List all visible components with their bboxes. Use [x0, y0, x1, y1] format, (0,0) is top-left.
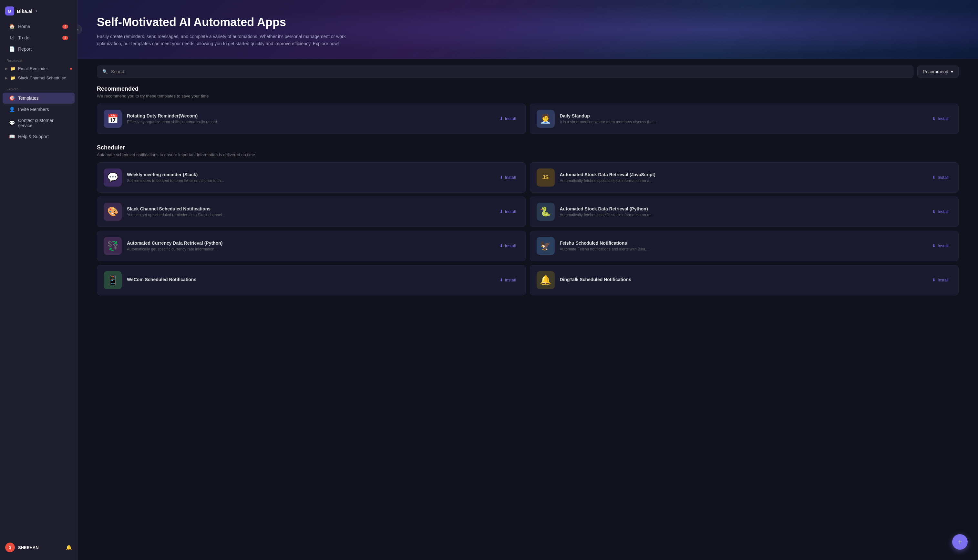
template-card-wecom-scheduled[interactable]: 📱 WeCom Scheduled Notifications ⬇ Instal…: [97, 265, 526, 295]
app-logo: B: [5, 7, 14, 15]
template-icon-currency-data-python: 💱: [103, 237, 122, 255]
install-button-dingtalk-scheduled[interactable]: ⬇ Install: [929, 276, 952, 284]
search-icon: 🔍: [102, 69, 108, 74]
sidebar-item-report[interactable]: 📄 Report: [3, 43, 75, 55]
explore-label: Explore: [0, 83, 77, 92]
template-info-slack-scheduled-notifs: Slack Channel Scheduled Notifications Yo…: [127, 206, 491, 217]
sidebar-item-invite-members[interactable]: 👤 Invite Members: [3, 104, 75, 115]
template-card-dingtalk-scheduled[interactable]: 🔔 DingTalk Scheduled Notifications ⬇ Ins…: [530, 265, 959, 295]
app-brand[interactable]: B Bika.ai ▾: [0, 4, 77, 21]
main-content: ≡ Self-Motivated AI Automated Apps Easil…: [77, 0, 978, 560]
explore-label-help-support: Help & Support: [18, 134, 49, 139]
resources-label: Resources: [0, 55, 77, 64]
badge-todo: 4: [62, 36, 68, 40]
install-button-stock-data-python[interactable]: ⬇ Install: [929, 207, 952, 216]
template-icon-dingtalk-scheduled: 🔔: [537, 271, 555, 289]
install-button-wecom-scheduled[interactable]: ⬇ Install: [496, 276, 519, 284]
sidebar: B Bika.ai ▾ 🏠 Home 4 ☑ To-do 4 📄 Report …: [0, 0, 77, 560]
template-desc-feishu-scheduled: Automate Feishu notifications and alerts…: [560, 247, 924, 252]
arrow-icon: ▶: [5, 67, 8, 70]
template-card-slack-scheduled-notifs[interactable]: 🎨 Slack Channel Scheduled Notifications …: [97, 197, 526, 227]
explore-icon-help-support: 📖: [9, 133, 15, 140]
template-name-rotating-duty: Rotating Duty Reminder(Wecom): [127, 113, 491, 118]
nav-icon-report: 📄: [9, 46, 15, 52]
notification-dot-email-reminder: [70, 68, 72, 70]
sidebar-item-home[interactable]: 🏠 Home 4: [3, 21, 75, 32]
resource-item-email-reminder[interactable]: ▶ 📁 Email Reminder: [0, 64, 77, 73]
section-recommended: Recommended We recommend you to try thes…: [97, 85, 959, 134]
template-card-stock-data-python[interactable]: 🐍 Automated Stock Data Retrieval (Python…: [530, 197, 959, 227]
folder-icon: 📁: [10, 66, 15, 71]
template-card-weekly-meeting-slack[interactable]: 💬 Weekly meeting reminder (Slack) Set re…: [97, 162, 526, 193]
install-button-weekly-meeting-slack[interactable]: ⬇ Install: [496, 173, 519, 182]
install-button-feishu-scheduled[interactable]: ⬇ Install: [929, 242, 952, 250]
section-desc-scheduler: Automate scheduled notifications to ensu…: [97, 152, 959, 157]
template-info-currency-data-python: Automated Currency Data Retrieval (Pytho…: [127, 240, 491, 252]
template-icon-stock-data-python: 🐍: [537, 203, 555, 221]
template-icon-emoji: 🦅: [540, 240, 551, 251]
resources-list: ▶ 📁 Email Reminder ▶ 📁 Slack Channel Sch…: [0, 64, 77, 83]
explore-list: 🎯 Templates 👤 Invite Members 💬 Contact c…: [0, 92, 77, 142]
download-icon: ⬇: [932, 243, 936, 248]
template-name-feishu-scheduled: Feishu Scheduled Notifications: [560, 240, 924, 246]
filter-dropdown-button[interactable]: Recommend ▾: [917, 65, 959, 78]
chevron-down-icon: ▾: [951, 69, 953, 74]
sidebar-item-contact-customer-service[interactable]: 💬 Contact customer service: [3, 115, 75, 131]
template-desc-slack-scheduled-notifs: You can set up scheduled reminders in a …: [127, 213, 491, 217]
hero-title: Self-Motivated AI Automated Apps: [97, 15, 959, 29]
template-card-rotating-duty[interactable]: 📅 Rotating Duty Reminder(Wecom) Effectiv…: [97, 103, 526, 134]
sidebar-item-todo[interactable]: ☑ To-do 4: [3, 32, 75, 43]
templates-content-area: Recommended We recommend you to try thes…: [77, 78, 978, 560]
nav-label-report: Report: [18, 47, 32, 52]
app-brand-name: Bika.ai: [17, 8, 32, 14]
sidebar-item-templates[interactable]: 🎯 Templates: [3, 93, 75, 103]
template-info-rotating-duty: Rotating Duty Reminder(Wecom) Effectivel…: [127, 113, 491, 124]
avatar: S: [5, 543, 15, 552]
install-button-slack-scheduled-notifs[interactable]: ⬇ Install: [496, 207, 519, 216]
create-new-fab[interactable]: +: [952, 534, 968, 550]
template-name-dingtalk-scheduled: DingTalk Scheduled Notifications: [560, 277, 924, 282]
download-icon: ⬇: [499, 243, 503, 248]
search-bar-container: 🔍 Recommend ▾: [77, 59, 978, 78]
install-label: Install: [505, 243, 516, 248]
install-label: Install: [505, 209, 516, 214]
template-info-weekly-meeting-slack: Weekly meeting reminder (Slack) Set remi…: [127, 172, 491, 183]
download-icon: ⬇: [499, 209, 503, 214]
download-icon: ⬇: [932, 175, 936, 180]
template-icon-text: JS: [542, 175, 549, 180]
sidebar-item-help-support[interactable]: 📖 Help & Support: [3, 131, 75, 142]
download-icon: ⬇: [932, 116, 936, 121]
nav-label-todo: To-do: [18, 35, 29, 40]
template-icon-emoji: 🧑‍💼: [540, 113, 551, 124]
main-nav: 🏠 Home 4 ☑ To-do 4 📄 Report: [0, 21, 77, 55]
resource-item-slack-channel[interactable]: ▶ 📁 Slack Channel Schedulec: [0, 73, 77, 83]
install-button-stock-data-js[interactable]: ⬇ Install: [929, 173, 952, 182]
template-icon-emoji: 📱: [107, 275, 118, 285]
template-card-stock-data-js[interactable]: JS Automated Stock Data Retrieval (JavaS…: [530, 162, 959, 193]
template-card-daily-standup[interactable]: 🧑‍💼 Daily Standup It is a short meeting …: [530, 103, 959, 134]
template-name-wecom-scheduled: WeCom Scheduled Notifications: [127, 277, 491, 282]
template-name-stock-data-python: Automated Stock Data Retrieval (Python): [560, 206, 924, 212]
folder-icon: 📁: [10, 75, 15, 80]
template-desc-daily-standup: It is a short meeting where team members…: [560, 120, 924, 124]
explore-label-templates: Templates: [18, 95, 39, 101]
search-wrapper: 🔍: [97, 65, 913, 78]
install-label: Install: [505, 116, 516, 121]
search-input[interactable]: [111, 69, 908, 74]
template-icon-rotating-duty: 📅: [103, 110, 122, 128]
template-icon-stock-data-js: JS: [537, 168, 555, 187]
sidebar-toggle-button[interactable]: ≡: [77, 25, 82, 34]
template-card-currency-data-python[interactable]: 💱 Automated Currency Data Retrieval (Pyt…: [97, 231, 526, 261]
install-button-rotating-duty[interactable]: ⬇ Install: [496, 114, 519, 123]
template-info-dingtalk-scheduled: DingTalk Scheduled Notifications: [560, 277, 924, 283]
section-title-recommended: Recommended: [97, 85, 959, 92]
explore-label-invite-members: Invite Members: [18, 107, 49, 112]
template-info-stock-data-js: Automated Stock Data Retrieval (JavaScri…: [560, 172, 924, 183]
install-button-daily-standup[interactable]: ⬇ Install: [929, 114, 952, 123]
notification-bell-icon[interactable]: 🔔: [66, 545, 72, 550]
install-button-currency-data-python[interactable]: ⬇ Install: [496, 242, 519, 250]
install-label: Install: [938, 243, 949, 248]
nav-icon-home: 🏠: [9, 23, 15, 29]
install-label: Install: [938, 209, 949, 214]
template-card-feishu-scheduled[interactable]: 🦅 Feishu Scheduled Notifications Automat…: [530, 231, 959, 261]
